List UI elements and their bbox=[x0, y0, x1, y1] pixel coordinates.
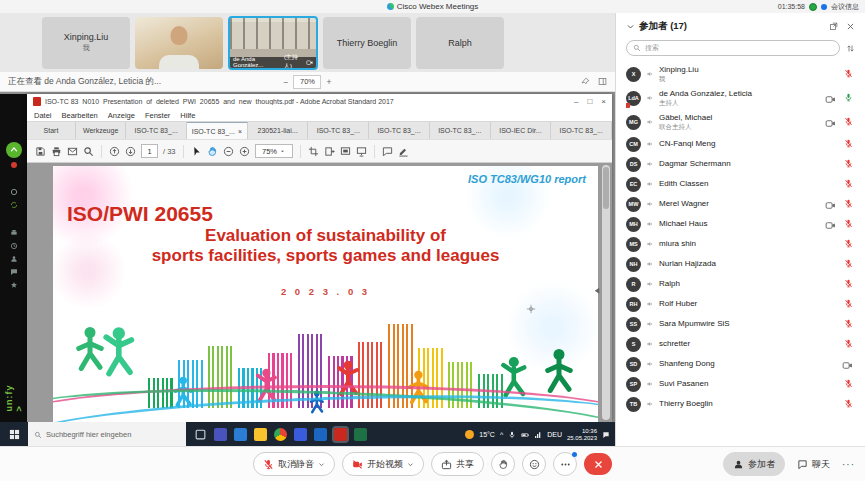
camera-icon[interactable] bbox=[825, 200, 836, 209]
mic-muted-icon[interactable] bbox=[844, 299, 853, 309]
participant-row[interactable]: RRalph bbox=[626, 274, 855, 294]
tab-werkzeuge[interactable]: Werkzeuge bbox=[76, 122, 126, 139]
tab-document-4[interactable]: 230521-liai... bbox=[248, 122, 309, 139]
unmute-options-chevron-icon[interactable] bbox=[318, 461, 325, 468]
hand-tool-icon[interactable] bbox=[207, 146, 218, 157]
start-button[interactable] bbox=[0, 422, 28, 447]
dock-contacts-icon[interactable] bbox=[10, 255, 18, 263]
participant-row[interactable]: RHRolf Huber bbox=[626, 294, 855, 314]
participant-search-input[interactable]: 搜索 bbox=[626, 40, 840, 56]
email-icon[interactable] bbox=[67, 146, 78, 157]
comment-icon[interactable] bbox=[382, 146, 393, 157]
tab-document-6[interactable]: ISO-TC 83_... bbox=[369, 122, 430, 139]
close-panel-icon[interactable] bbox=[846, 22, 855, 31]
maximize-button[interactable]: □ bbox=[587, 97, 592, 106]
participant-row[interactable]: XXinping.Liu我 bbox=[626, 62, 855, 86]
tray-caret[interactable]: ^ bbox=[500, 431, 503, 438]
minimize-button[interactable]: – bbox=[574, 97, 578, 106]
video-tile-3[interactable]: de Anda González...(主持人) bbox=[228, 16, 318, 70]
mic-muted-icon[interactable] bbox=[844, 239, 853, 249]
taskbar-chrome-icon[interactable] bbox=[274, 428, 287, 441]
participant-row[interactable]: CMCN-Fanqi Meng bbox=[626, 134, 855, 154]
dock-refresh-icon[interactable] bbox=[10, 188, 18, 196]
unify-app-icon[interactable] bbox=[6, 142, 22, 158]
tab-document-9[interactable]: ISO-TC 83_... bbox=[551, 122, 612, 139]
camera-icon[interactable] bbox=[825, 118, 836, 127]
taskbar-excel-icon[interactable] bbox=[354, 428, 367, 441]
panel-more-button[interactable]: ··· bbox=[842, 459, 855, 470]
participant-row[interactable]: MWMerel Wagner bbox=[626, 194, 855, 214]
video-tile-2[interactable] bbox=[135, 17, 223, 69]
temperature[interactable]: 15°C bbox=[479, 431, 495, 438]
taskbar-outlook-icon[interactable] bbox=[314, 428, 327, 441]
tab-document-2[interactable]: ISO-TC 83_... bbox=[126, 122, 187, 139]
mic-muted-icon[interactable] bbox=[844, 279, 853, 289]
crop-icon[interactable] bbox=[308, 146, 319, 157]
export-icon[interactable] bbox=[324, 146, 335, 157]
mic-muted-icon[interactable] bbox=[844, 219, 853, 229]
leave-meeting-button[interactable] bbox=[584, 453, 612, 475]
meeting-info-icon[interactable] bbox=[821, 4, 827, 10]
menu-fenster[interactable]: Fenster bbox=[145, 111, 170, 120]
tab-document-3[interactable]: ISO-TC 83_...× bbox=[187, 122, 248, 139]
search-icon[interactable] bbox=[83, 146, 94, 157]
video-tile-4[interactable]: Thierry Boeglin bbox=[323, 17, 411, 69]
presentation-icon[interactable] bbox=[356, 146, 367, 157]
tab-document-7[interactable]: ISO-TC 83_... bbox=[430, 122, 491, 139]
pdf-scrollbar[interactable] bbox=[602, 165, 610, 420]
annotation-icon[interactable] bbox=[581, 77, 590, 86]
keyboard-language[interactable]: DEU bbox=[547, 431, 562, 438]
page-number-input[interactable]: 1 bbox=[141, 144, 158, 158]
tab-document-8[interactable]: ISO-IEC Dir... bbox=[491, 122, 552, 139]
collapse-chevron-icon[interactable] bbox=[626, 22, 635, 31]
taskbar-search-input[interactable]: Suchbegriff hier eingeben bbox=[28, 422, 186, 447]
mic-muted-icon[interactable] bbox=[844, 159, 853, 169]
tray-mic-icon[interactable] bbox=[508, 431, 516, 439]
tab-close-icon[interactable]: × bbox=[238, 128, 242, 135]
dock-print-icon[interactable] bbox=[10, 229, 18, 237]
menu-datei[interactable]: Datei bbox=[34, 111, 52, 120]
participant-row[interactable]: DSDagmar Schermann bbox=[626, 154, 855, 174]
taskbar-firefox-icon[interactable] bbox=[294, 428, 307, 441]
taskbar-explorer-icon[interactable] bbox=[254, 428, 267, 441]
layout-icon[interactable] bbox=[598, 77, 607, 86]
fit-window-icon[interactable] bbox=[340, 146, 351, 157]
weather-icon[interactable] bbox=[465, 430, 474, 439]
participant-row[interactable]: SPSuvi Pasanen bbox=[626, 374, 855, 394]
page-down-icon[interactable] bbox=[125, 146, 136, 157]
chat-toggle-button[interactable]: 聊天 bbox=[793, 453, 834, 475]
connection-quality-icon[interactable] bbox=[809, 3, 817, 11]
camera-icon[interactable] bbox=[825, 94, 836, 103]
participant-row[interactable]: Sschretter bbox=[626, 334, 855, 354]
share-button[interactable]: 共享 bbox=[431, 452, 484, 476]
tray-battery-icon[interactable] bbox=[521, 431, 529, 439]
print-icon[interactable] bbox=[51, 146, 62, 157]
video-tile-1[interactable]: Xinping.Liu我 bbox=[42, 17, 130, 69]
cursor-icon[interactable] bbox=[191, 146, 202, 157]
menu-bearbeiten[interactable]: Bearbeiten bbox=[62, 111, 98, 120]
sign-icon[interactable] bbox=[398, 146, 409, 157]
action-center-icon[interactable] bbox=[602, 431, 610, 439]
participant-row[interactable]: LdAde Anda González, Leticia主持人 bbox=[626, 86, 855, 110]
unmute-button[interactable]: 取消静音 bbox=[253, 452, 335, 476]
video-options-chevron-icon[interactable] bbox=[407, 461, 414, 468]
menu-hilfe[interactable]: Hilfe bbox=[180, 111, 195, 120]
participant-row[interactable]: ECEdith Classen bbox=[626, 174, 855, 194]
taskbar-acrobat-icon[interactable] bbox=[334, 428, 347, 441]
mic-muted-icon[interactable] bbox=[844, 379, 853, 389]
dock-sync-icon[interactable] bbox=[10, 201, 18, 209]
taskbar-teams-icon[interactable] bbox=[214, 428, 227, 441]
mic-muted-icon[interactable] bbox=[844, 117, 853, 127]
zoom-level[interactable]: 70% bbox=[294, 75, 322, 89]
mic-muted-icon[interactable] bbox=[844, 399, 853, 409]
zoom-out-button[interactable]: − bbox=[284, 77, 289, 87]
dock-favorites-icon[interactable] bbox=[10, 281, 18, 289]
close-button[interactable]: × bbox=[601, 97, 606, 106]
zoom-out-icon[interactable] bbox=[223, 146, 234, 157]
mic-muted-icon[interactable] bbox=[844, 319, 853, 329]
save-icon[interactable] bbox=[35, 146, 46, 157]
start-video-button[interactable]: 开始视频 bbox=[342, 452, 424, 476]
participants-toggle-button[interactable]: 参加者 bbox=[723, 452, 785, 476]
mic-muted-icon[interactable] bbox=[844, 69, 853, 79]
more-options-button[interactable] bbox=[553, 452, 577, 476]
